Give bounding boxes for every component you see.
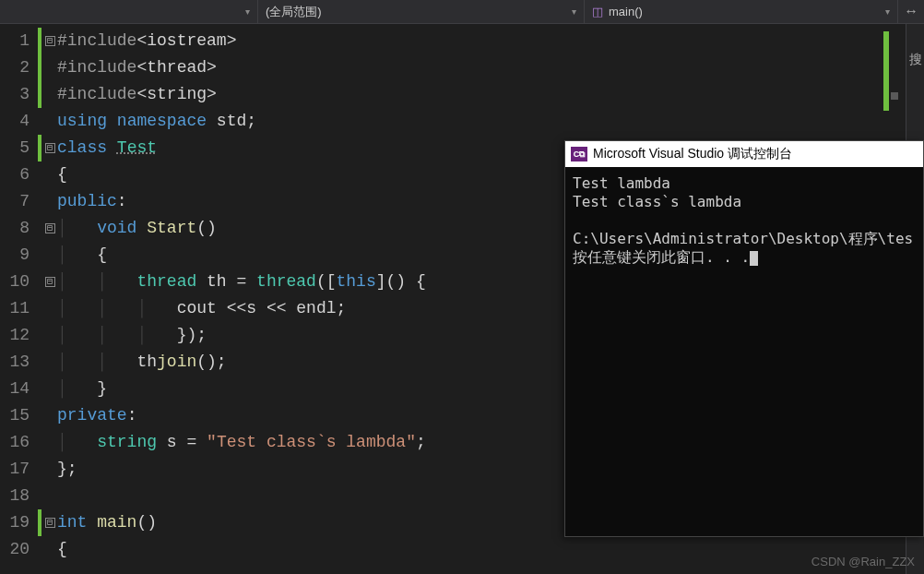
console-output: Test lambda Test class`s lambda C:\Users… <box>565 167 923 274</box>
line-number: 12 <box>0 322 30 349</box>
chevron-down-icon: ▾ <box>572 6 576 17</box>
scope-dropdown-2[interactable]: (全局范围) ▾ <box>258 0 585 23</box>
breadcrumb-toolbar: ▾ (全局范围) ▾ ◫ main() ▾ ↔ <box>0 0 924 24</box>
split-editor-icon[interactable]: ↔ <box>898 4 924 20</box>
line-number: 6 <box>0 161 30 188</box>
chevron-down-icon: ▾ <box>245 6 250 17</box>
line-number: 20 <box>0 536 30 563</box>
debug-console-window[interactable]: C⧉ Microsoft Visual Studio 调试控制台 Test la… <box>564 140 924 537</box>
line-number: 1 <box>0 28 30 54</box>
line-number: 13 <box>0 349 30 376</box>
fold-toggle[interactable]: ⊟ <box>45 143 55 153</box>
line-number: 15 <box>0 402 30 429</box>
overview-scroll-marker[interactable] <box>891 92 898 100</box>
chevron-down-icon: ▾ <box>885 6 890 17</box>
fold-toggle[interactable]: ⊟ <box>45 277 55 287</box>
line-number: 5 <box>0 135 30 161</box>
line-number: 17 <box>0 456 30 483</box>
overview-change-marker <box>883 31 889 111</box>
console-title: Microsoft Visual Studio 调试控制台 <box>593 146 792 162</box>
line-number: 19 <box>0 509 30 536</box>
line-number-gutter: 1 2 3 4 5 6 7 8 9 10 11 12 13 14 15 16 1… <box>0 24 37 574</box>
search-tab-label[interactable]: 搜 <box>906 24 924 68</box>
console-cursor <box>750 251 758 266</box>
line-number: 14 <box>0 376 30 402</box>
dd3-label: main() <box>609 5 880 18</box>
watermark: CSDN @Rain_ZZX <box>811 555 915 568</box>
function-dropdown[interactable]: ◫ main() ▾ <box>585 0 898 23</box>
fold-toggle[interactable]: ⊟ <box>45 518 55 528</box>
folding-gutter: ⊟ ⊟ ⊟ ⊟ ⊟ <box>42 24 57 574</box>
console-title-bar[interactable]: C⧉ Microsoft Visual Studio 调试控制台 <box>565 141 923 167</box>
line-number: 7 <box>0 188 30 215</box>
line-number: 8 <box>0 215 30 242</box>
fold-toggle[interactable]: ⊟ <box>45 223 55 233</box>
fold-toggle[interactable]: ⊟ <box>45 36 55 46</box>
line-number: 2 <box>0 54 30 81</box>
line-number: 9 <box>0 242 30 269</box>
dd2-label: (全局范围) <box>266 4 566 20</box>
line-number: 18 <box>0 483 30 509</box>
line-number: 3 <box>0 81 30 108</box>
scope-dropdown-1[interactable]: ▾ <box>0 0 258 23</box>
cube-icon: ◫ <box>592 5 603 18</box>
line-number: 16 <box>0 429 30 456</box>
line-number: 11 <box>0 295 30 322</box>
line-number: 4 <box>0 108 30 135</box>
line-number: 10 <box>0 269 30 295</box>
vs-icon: C⧉ <box>571 147 587 161</box>
